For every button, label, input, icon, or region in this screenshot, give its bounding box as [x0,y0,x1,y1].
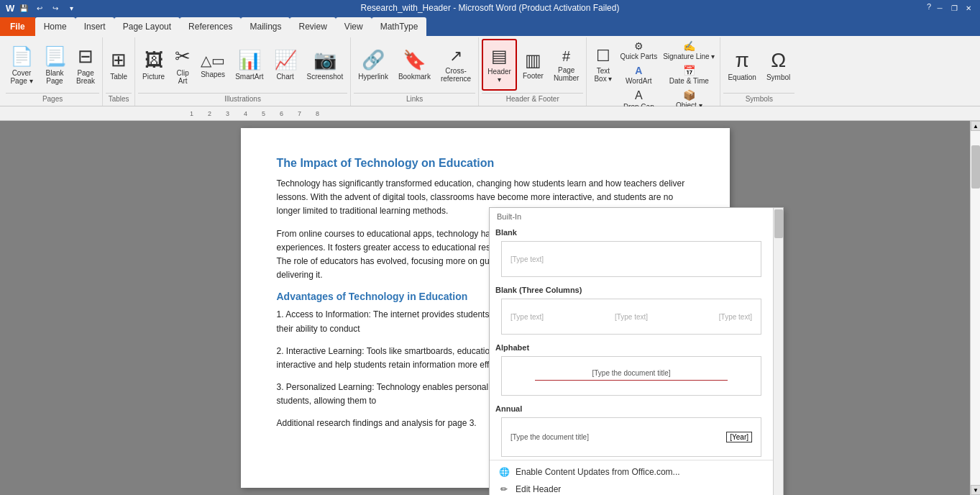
tab-mailings[interactable]: Mailings [241,17,290,36]
page-number-label: PageNumber [554,66,580,82]
edit-header-icon: ✏ [498,484,510,494]
ribbon-group-header-footer: ▤ Header▾ ▥ Footer # PageNumber Header &… [479,37,587,106]
dropdown-scrollbar[interactable] [773,208,783,495]
shapes-button[interactable]: △▭ Shapes [196,39,229,91]
edit-header-label: Edit Header [516,484,561,494]
footer-icon: ▥ [525,50,541,71]
picture-label: Picture [142,73,165,81]
text-box-button[interactable]: ☐ TextBox ▾ [590,39,616,91]
cover-page-label: CoverPage ▾ [10,69,32,85]
scrollbar-thumb[interactable] [971,145,980,189]
chart-button[interactable]: 📈 Chart [270,39,301,91]
signature-line-button[interactable]: ✍ Signature Line ▾ [661,39,717,62]
doc-heading: The Impact of Technology on Education [277,157,694,170]
page-break-button[interactable]: ⊟ PageBreak [72,39,99,91]
page-number-button[interactable]: # PageNumber [549,39,584,91]
equation-button[interactable]: π Equation [723,39,760,91]
header-footer-group-label: Header & Footer [482,93,583,104]
equation-icon: π [736,49,749,72]
redo-qa-btn[interactable]: ↪ [49,2,62,14]
undo-qa-btn[interactable]: ↩ [33,2,46,14]
links-group-label: Links [354,93,475,104]
edit-header-menu-item[interactable]: ✏ Edit Header [490,481,783,495]
title-bar-left: W 💾 ↩ ↪ ▾ [6,2,78,14]
tables-items: ⊞ Table [106,39,132,91]
clip-art-button[interactable]: ✂ ClipArt [170,39,195,91]
vertical-scrollbar[interactable]: ▲ ▼ [970,121,980,495]
symbol-icon: Ω [771,49,786,72]
ribbon-group-illustrations: 🖼 Picture ✂ ClipArt △▭ Shapes 📊 SmartArt… [135,37,351,106]
tab-review[interactable]: Review [290,17,335,36]
page-number-icon: # [562,48,570,65]
quick-parts-button[interactable]: ⚙ Quick Parts [618,39,659,62]
three-col-header-option[interactable]: [Type text] [Type text] [Type text] [501,299,761,335]
three-col-text-3: [Type text] [719,313,752,321]
object-icon: 📦 [683,89,695,101]
three-col-text-1: [Type text] [510,313,544,321]
clip-art-icon: ✂ [175,45,191,68]
enable-updates-label: Enable Content Updates from Office.com..… [516,467,680,477]
links-items: 🔗 Hyperlink 🔖 Bookmark ↗ Cross-reference [354,39,475,91]
tab-insert[interactable]: Insert [75,17,114,36]
pages-items: 📄 CoverPage ▾ 📃 BlankPage ⊟ PageBreak [6,39,99,91]
annual-year-text: [Year] [726,432,752,442]
save-qa-btn[interactable]: 💾 [17,2,30,14]
header-button[interactable]: ▤ Header▾ [482,39,517,91]
blank-page-button[interactable]: 📃 BlankPage [39,39,70,91]
header-dropdown: Built-In Blank [Type text] Blank (Three … [489,207,784,495]
ribbon-group-symbols: π Equation Ω Symbol Symbols [720,37,797,106]
word-icon: W [6,3,14,14]
quick-parts-icon: ⚙ [634,40,644,52]
tab-home[interactable]: Home [35,17,75,36]
symbol-button[interactable]: Ω Symbol [762,39,794,91]
smartart-button[interactable]: 📊 SmartArt [231,39,267,91]
scroll-up-btn[interactable]: ▲ [971,121,980,131]
tab-mathtype[interactable]: MathType [372,17,427,36]
ribbon-tab-bar: File Home Insert Page Layout References … [0,16,980,36]
tab-view[interactable]: View [336,17,372,36]
alphabet-title-text: [Type the document title] [510,369,752,377]
tab-references[interactable]: References [180,17,241,36]
bookmark-label: Bookmark [398,73,431,81]
file-tab[interactable]: File [0,17,35,36]
scroll-down-btn[interactable]: ▼ [971,485,980,495]
pages-group-label: Pages [6,93,99,104]
screenshot-label: Screenshot [307,73,344,81]
date-time-button[interactable]: 📅 Date & Time [661,63,717,86]
minimize-btn[interactable]: ─ [934,2,945,14]
table-button[interactable]: ⊞ Table [106,39,132,91]
chart-label: Chart [276,73,293,81]
ribbon-content: 📄 CoverPage ▾ 📃 BlankPage ⊟ PageBreak Pa… [0,36,980,106]
blank-header-content: [Type text] [502,249,761,269]
doc-scroll[interactable]: The Impact of Technology on Education Te… [0,121,970,495]
hyperlink-button[interactable]: 🔗 Hyperlink [354,39,393,91]
tab-page-layout[interactable]: Page Layout [114,17,180,36]
enable-updates-icon: 🌐 [498,467,510,477]
ribbon-group-pages: 📄 CoverPage ▾ 📃 BlankPage ⊟ PageBreak Pa… [3,37,103,106]
smartart-icon: 📊 [238,49,261,71]
wordart-button[interactable]: A WordArt [618,63,659,86]
blank-page-icon: 📃 [43,45,66,68]
picture-button[interactable]: 🖼 Picture [138,39,169,91]
annual-header-option[interactable]: [Type the document title] [Year] [501,417,761,457]
scrollbar-track[interactable] [971,131,980,485]
enable-updates-menu-item[interactable]: 🌐 Enable Content Updates from Office.com… [490,463,783,481]
blank-header-option[interactable]: [Type text] [501,241,761,277]
alphabet-content: [Type the document title] [502,363,761,389]
wordart-label: WordArt [626,77,652,85]
signature-line-label: Signature Line ▾ [663,53,715,60]
drop-cap-icon: A [635,89,643,102]
alphabet-header-option[interactable]: [Type the document title] [501,356,761,396]
annual-content: [Type the document title] [Year] [502,426,761,448]
cross-reference-button[interactable]: ↗ Cross-reference [436,39,475,91]
restore-btn[interactable]: ❐ [948,2,960,14]
qa-dropdown-btn[interactable]: ▾ [65,2,78,14]
cover-page-button[interactable]: 📄 CoverPage ▾ [6,39,37,91]
close-btn[interactable]: ✕ [963,2,974,14]
bookmark-button[interactable]: 🔖 Bookmark [394,39,435,91]
tables-group-label: Tables [106,93,132,104]
footer-button[interactable]: ▥ Footer [518,39,548,91]
screenshot-button[interactable]: 📷 Screenshot [303,39,348,91]
page-break-icon: ⊟ [78,45,93,68]
help-icon[interactable]: ? [927,2,931,14]
